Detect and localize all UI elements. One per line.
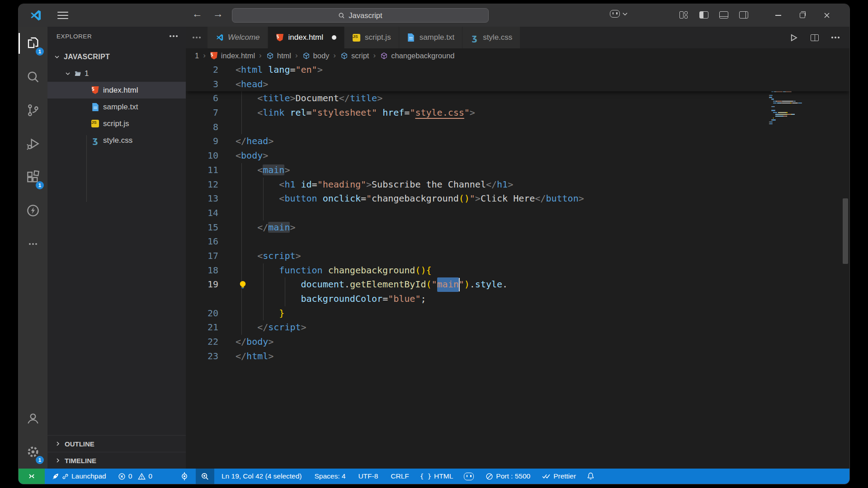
line-number: 12 (186, 178, 218, 192)
restore-button[interactable] (799, 12, 806, 19)
tabs-container: Welcome5index.htmlJSscript.jssample.txtʒ… (208, 27, 520, 48)
breadcrumb-item-body[interactable]: body (302, 52, 330, 60)
braces-icon: { } (420, 473, 431, 480)
code-text: <body> (236, 150, 268, 161)
status-bar: Launchpad 0 0 Ln 19, Col 42 (4 selected)… (19, 469, 849, 484)
code-text: <script> (236, 250, 301, 261)
tab-welcome[interactable]: Welcome (208, 27, 268, 48)
line-number: 13 (186, 192, 218, 206)
thunder-client-icon[interactable] (19, 194, 47, 227)
zoom-in-icon (201, 472, 209, 481)
folder-row[interactable]: 1 (47, 65, 186, 82)
code-area[interactable]: 2<html lang="en">3<head> 6 <title>Docume… (186, 63, 849, 469)
code-text: <main> (236, 164, 290, 175)
settings-gear-icon[interactable]: 1 (19, 435, 47, 469)
language-mode[interactable]: { } HTML (420, 472, 453, 480)
run-debug-icon[interactable] (19, 127, 47, 160)
code-line: 16 (186, 235, 849, 249)
file-row-index-html[interactable]: 5index.html (47, 82, 186, 99)
nav-forward-button[interactable]: → (210, 8, 226, 20)
workspace-root[interactable]: JAVASCRIPT (47, 48, 186, 65)
file-row-script-js[interactable]: JSscript.js (47, 115, 186, 132)
toggle-secondary-sidebar-icon[interactable] (739, 11, 748, 19)
breadcrumb-item-script[interactable]: script (340, 52, 369, 60)
tab-sample-txt[interactable]: sample.txt (399, 27, 462, 48)
lightbulb-icon[interactable] (238, 280, 247, 289)
account-icon[interactable] (19, 402, 47, 435)
symbol-cube-icon (380, 52, 388, 60)
code-text: } (236, 308, 284, 319)
code-lines: 6 <title>Document</title>7 <link rel="st… (186, 91, 849, 363)
css-file-icon: ʒ (470, 33, 479, 42)
code-line: 22</body> (186, 335, 849, 349)
nav-back-button[interactable]: ← (189, 8, 205, 20)
problems-indicator[interactable]: 0 0 (118, 472, 152, 480)
live-server-port[interactable]: Port : 5500 (486, 472, 530, 480)
run-preview-icon[interactable] (789, 33, 798, 42)
workspace-label: JAVASCRIPT (64, 53, 110, 61)
code-line: 17 <script> (186, 249, 849, 263)
breadcrumb-item-index-html[interactable]: 5index.html (210, 52, 255, 60)
eol-indicator[interactable]: CRLF (391, 472, 409, 480)
line-number: 8 (186, 120, 218, 135)
search-view-icon[interactable] (19, 60, 47, 94)
notifications-bell-icon[interactable] (587, 472, 594, 480)
toggle-primary-sidebar-icon[interactable] (699, 11, 708, 19)
symbol-cube-icon (340, 52, 349, 60)
toggle-panel-icon[interactable] (719, 11, 728, 19)
breadcrumb-item-1[interactable]: 1 (195, 52, 199, 60)
tab-index-html[interactable]: 5index.html (268, 27, 344, 48)
file-row-sample-txt[interactable]: sample.txt (47, 99, 186, 115)
timeline-section[interactable]: TIMELINE (47, 452, 186, 469)
line-number: 17 (186, 249, 218, 263)
indent-guide (241, 235, 242, 249)
search-value: Javascript (349, 11, 382, 20)
cursor-position[interactable]: Ln 19, Col 42 (4 selected) (222, 472, 302, 480)
file-row-style-css[interactable]: ʒstyle.css (47, 132, 186, 149)
symbol-cube-icon (302, 52, 311, 60)
line-number: 16 (186, 235, 218, 249)
editor-more-actions-icon[interactable] (831, 37, 840, 38)
timeline-label: TIMELINE (65, 457, 96, 465)
code-text: </script> (236, 322, 307, 333)
menu-hamburger-icon[interactable] (57, 12, 68, 19)
explorer-actions-icon[interactable] (170, 35, 178, 37)
formatter-status[interactable]: Prettier (542, 472, 576, 480)
breadcrumb-item-html[interactable]: html (266, 52, 291, 60)
remote-indicator[interactable] (19, 469, 45, 484)
tab-label: sample.txt (420, 33, 454, 42)
code-line: backgroundColor="blue"; (186, 292, 849, 306)
minimize-button[interactable] (774, 12, 782, 19)
command-center-search[interactable]: Javascript (232, 8, 489, 23)
tab-label: style.css (483, 33, 512, 42)
breadcrumb-item-changebackground[interactable]: changebackground (380, 52, 454, 60)
more-views-icon[interactable] (19, 227, 47, 261)
txt-file-icon (407, 33, 415, 42)
zoom-indicator[interactable] (196, 469, 214, 484)
folder-open-icon (75, 70, 81, 77)
indentation-indicator[interactable]: Spaces: 4 (314, 472, 345, 480)
split-editor-icon[interactable] (811, 34, 819, 41)
code-line: 20 } (186, 306, 849, 321)
tab-script-js[interactable]: JSscript.js (344, 27, 399, 48)
vertical-scrollbar[interactable] (843, 198, 848, 264)
tab-style-css[interactable]: ʒstyle.css (462, 27, 520, 48)
source-control-icon[interactable] (19, 94, 47, 127)
outline-section[interactable]: OUTLINE (47, 435, 186, 452)
chevron-down-icon (65, 70, 71, 77)
tab-overflow-icon[interactable] (186, 27, 208, 48)
explorer-icon[interactable]: 1 (19, 27, 47, 60)
extensions-icon[interactable]: 1 (19, 160, 47, 194)
html-file-icon: 5 (91, 86, 99, 94)
code-line: 8 (186, 120, 849, 135)
screencast-icon[interactable] (180, 472, 189, 481)
file-name: script.js (103, 119, 129, 128)
customize-layout-icon[interactable] (679, 11, 689, 19)
launchpad-button[interactable]: Launchpad (52, 472, 106, 480)
close-button[interactable] (823, 12, 830, 19)
line-number: 20 (186, 306, 218, 321)
copilot-menu-button[interactable] (610, 10, 627, 18)
copilot-status[interactable] (464, 473, 474, 480)
encoding-indicator[interactable]: UTF-8 (358, 472, 378, 480)
window-controls (774, 4, 830, 27)
